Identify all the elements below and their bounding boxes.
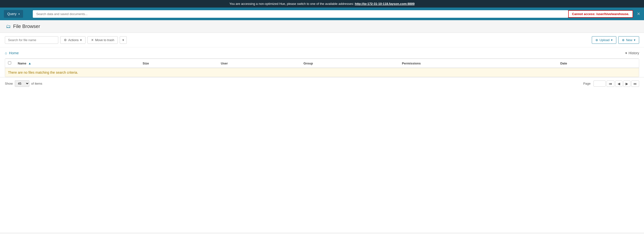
history-caret-icon: ▾ — [625, 51, 627, 55]
empty-message-row: There are no files matching the search c… — [5, 68, 639, 77]
col-user-label: User — [221, 62, 228, 65]
file-table-inner: Name ▲ Size User Group Per — [5, 58, 639, 77]
prev-page-icon: ◀ — [618, 82, 620, 86]
nav-search-container — [28, 10, 563, 18]
first-page-icon: ⏮ — [609, 82, 612, 86]
trash-icon: ✕ — [91, 38, 94, 42]
nav-header: Query ▾ Cannot access: /user/hive/wareho… — [0, 8, 644, 20]
notification-text: You are accessing a non-optimized Hue, p… — [230, 2, 354, 6]
page-label: Page — [583, 82, 590, 85]
actions-caret-icon: ▾ — [80, 38, 82, 42]
page-title-bar: 🗂 File Browser — [0, 20, 644, 33]
home-icon: ⌂ — [5, 51, 7, 55]
right-toolbar: ⊕ Upload ▾ ⊕ New ▾ — [592, 36, 639, 44]
of-items-label: of items — [31, 82, 42, 85]
file-search-input[interactable] — [5, 36, 58, 44]
col-header-name[interactable]: Name ▲ — [15, 59, 140, 68]
empty-message: There are no files matching the search c… — [8, 71, 78, 74]
file-table: Name ▲ Size User Group Per — [5, 59, 639, 77]
upload-caret-icon: ▾ — [611, 38, 613, 42]
file-table-wrapper: Name ▲ Size User Group Per — [0, 58, 644, 77]
notification-bar: You are accessing a non-optimized Hue, p… — [0, 0, 644, 8]
page-number-input[interactable] — [594, 80, 606, 87]
nav-search-input[interactable] — [33, 10, 568, 18]
page-title: File Browser — [13, 24, 40, 29]
items-per-page-select[interactable]: 45 25 10 100 — [15, 80, 30, 87]
file-browser-icon: 🗂 — [6, 24, 11, 29]
upload-button[interactable]: ⊕ Upload ▾ — [592, 36, 616, 44]
col-header-date: Date — [557, 59, 639, 68]
history-link[interactable]: ▾ History — [625, 51, 639, 55]
page-content: 🗂 File Browser ⚙ Actions ▾ ✕ Move to tra… — [0, 20, 644, 232]
new-icon: ⊕ — [622, 38, 624, 42]
move-to-trash-button[interactable]: ✕ Move to trash — [88, 36, 118, 44]
new-caret-icon: ▾ — [634, 38, 636, 42]
table-header-row: Name ▲ Size User Group Per — [5, 59, 639, 68]
prev-page-button[interactable]: ◀ — [615, 80, 622, 87]
col-header-group: Group — [301, 59, 399, 68]
col-header-user: User — [218, 59, 301, 68]
dropdown-caret-icon: ▾ — [122, 38, 124, 42]
home-label: Home — [9, 51, 19, 55]
col-date-label: Date — [560, 62, 567, 65]
next-page-icon: ▶ — [626, 82, 628, 86]
col-name-label: Name — [18, 62, 26, 65]
query-label: Query — [7, 12, 16, 16]
toolbar: ⚙ Actions ▾ ✕ Move to trash ▾ ⊕ Upload ▾… — [0, 33, 644, 47]
select-all-checkbox[interactable] — [8, 61, 11, 64]
notification-link[interactable]: http://ip-172-31-10-118.fayson.com:8889 — [355, 2, 414, 6]
empty-message-cell: There are no files matching the search c… — [5, 68, 639, 77]
close-icon: × — [637, 11, 640, 17]
move-to-trash-label: Move to trash — [95, 38, 114, 42]
breadcrumb-row: ⌂ Home ▾ History — [0, 47, 644, 58]
history-label: History — [628, 51, 639, 55]
query-caret-icon: ▾ — [18, 13, 20, 15]
actions-button[interactable]: ⚙ Actions ▾ — [60, 36, 86, 44]
last-page-button[interactable]: ⏭ — [631, 80, 639, 87]
show-label: Show — [5, 82, 13, 85]
col-size-label: Size — [142, 62, 149, 65]
col-permissions-label: Permissions — [402, 62, 420, 65]
next-page-button[interactable]: ▶ — [623, 80, 630, 87]
close-button[interactable]: × — [637, 11, 640, 17]
table-footer: Show 45 25 10 100 of items Page ⏮ ◀ ▶ ⏭ — [0, 77, 644, 90]
pagination: Page ⏮ ◀ ▶ ⏭ — [583, 80, 639, 87]
gear-icon: ⚙ — [64, 38, 67, 42]
upload-label: Upload — [600, 38, 610, 42]
error-badge: Cannot access: /user/hive/warehouse. — [568, 10, 633, 18]
query-button[interactable]: Query ▾ — [4, 10, 23, 18]
actions-label: Actions — [68, 38, 79, 42]
error-message: Cannot access: /user/hive/warehouse. — [572, 12, 630, 16]
actions-dropdown-button[interactable]: ▾ — [120, 36, 127, 44]
first-page-button[interactable]: ⏮ — [606, 80, 614, 87]
col-group-label: Group — [304, 62, 313, 65]
col-header-size: Size — [140, 59, 218, 68]
select-all-header — [5, 59, 15, 68]
home-link[interactable]: ⌂ Home — [5, 51, 19, 55]
new-button[interactable]: ⊕ New ▾ — [618, 36, 639, 44]
last-page-icon: ⏭ — [634, 82, 637, 86]
new-label: New — [626, 38, 632, 42]
sort-arrow-icon: ▲ — [28, 62, 31, 65]
upload-icon: ⊕ — [596, 38, 598, 42]
col-header-permissions: Permissions — [399, 59, 557, 68]
